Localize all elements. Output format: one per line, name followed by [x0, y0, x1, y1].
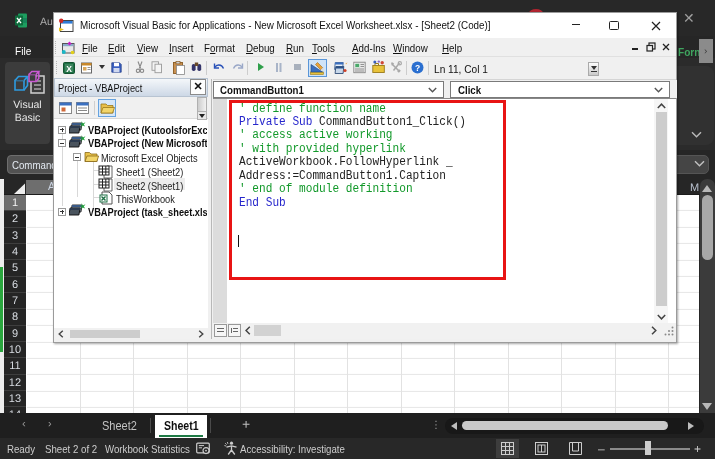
svg-text:?: ?	[415, 63, 420, 73]
svg-text:X: X	[66, 63, 72, 73]
